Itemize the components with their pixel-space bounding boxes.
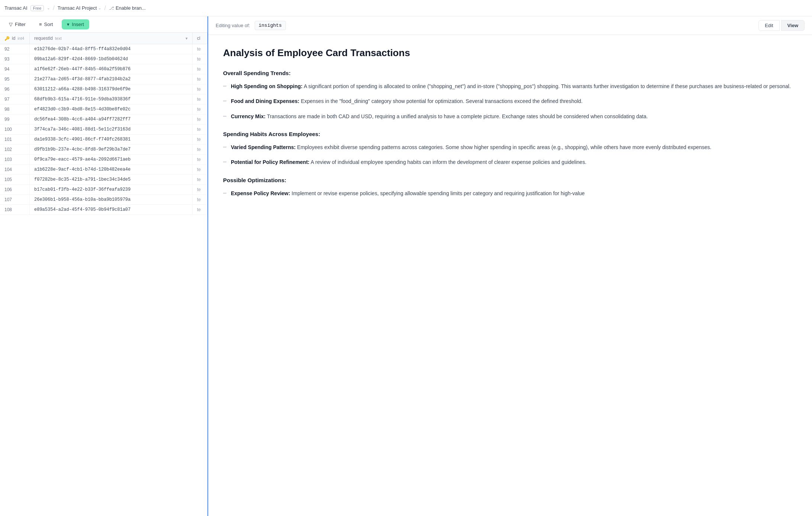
editing-label: Editing value of:	[216, 23, 250, 28]
list-item: – Varied Spending Patterns: Employees ex…	[223, 143, 797, 151]
table-row[interactable]: 9768dfb9b3-615a-4716-911e-59dba393836fte	[0, 94, 207, 104]
cell-extra: te	[193, 44, 207, 54]
cell-id: 94	[0, 64, 30, 74]
table-header: 🔑 id int4 requestId text ▾ cl	[0, 33, 207, 44]
table-row[interactable]: 102d9fb1b9b-237e-4cbc-8fd8-9ef29b3a7de7t…	[0, 145, 207, 155]
table-row[interactable]: 104a1b6228e-9acf-4cb1-b74d-120b482eea4et…	[0, 165, 207, 175]
table-row[interactable]: 10726e306b1-b958-456a-b10a-bba9b105979at…	[0, 195, 207, 205]
bullet-text: High Spending on Shopping: A significant…	[231, 82, 791, 90]
cell-extra: te	[193, 54, 207, 64]
data-table-panel: ▽ Filter ≡ Sort ▾ Insert 🔑 id int4 reque…	[0, 16, 208, 516]
editor-actions: Edit View	[758, 20, 805, 31]
cell-extra: te	[193, 104, 207, 114]
cell-id: 92	[0, 44, 30, 54]
cell-id: 108	[0, 205, 30, 215]
col-id-label: id	[12, 36, 15, 41]
table-row[interactable]: 101da1e9338-3cfc-4901-86cf-f740fc268381t…	[0, 135, 207, 145]
table-row[interactable]: 94a1f6e62f-26eb-447f-84b5-460a2f59b876te	[0, 64, 207, 74]
cell-id: 104	[0, 165, 30, 174]
table-row[interactable]: 99dc56fea4-308b-4cc6-a404-a94ff7282ff7te	[0, 115, 207, 125]
main-layout: ▽ Filter ≡ Sort ▾ Insert 🔑 id int4 reque…	[0, 16, 812, 516]
cell-id: 103	[0, 155, 30, 164]
table-row[interactable]: 1003f74ca7a-346c-4081-88d1-5e11c2f3163dt…	[0, 125, 207, 135]
editing-value: insights	[255, 21, 286, 30]
cell-extra: te	[193, 115, 207, 124]
cell-id: 95	[0, 74, 30, 84]
bullet-bold: Varied Spending Patterns:	[231, 144, 296, 150]
cell-extra: te	[193, 205, 207, 215]
column-header-id[interactable]: 🔑 id int4	[0, 33, 30, 44]
cell-id: 98	[0, 104, 30, 114]
cell-id: 100	[0, 125, 30, 134]
cell-extra: te	[193, 155, 207, 164]
section-optimizations: Possible Optimizations: – Expense Policy…	[223, 177, 797, 197]
cell-uuid: a1b6228e-9acf-4cb1-b74d-120b482eea4e	[30, 165, 193, 174]
column-header-request-id[interactable]: requestId text ▾	[30, 33, 193, 44]
cell-extra: te	[193, 185, 207, 194]
cell-extra: te	[193, 175, 207, 184]
editor-panel: Editing value of: insights Edit View Ana…	[208, 16, 812, 516]
bullet-list-habits: – Varied Spending Patterns: Employees ex…	[223, 143, 797, 167]
cell-id: 96	[0, 84, 30, 94]
cell-extra: te	[193, 165, 207, 174]
table-row[interactable]: 1030f9ca79e-eacc-4579-ae4a-2092d6671aebt…	[0, 155, 207, 165]
project-name[interactable]: Transac AI Project ⌄	[58, 5, 102, 11]
table-row[interactable]: 92e1b276de-02b7-44ad-8ff5-ff4a832e0d04te	[0, 44, 207, 54]
list-item: – Currency Mix: Transactions are made in…	[223, 112, 797, 120]
sort-button[interactable]: ≡ Sort	[35, 19, 57, 29]
sort-icon: ≡	[39, 22, 42, 27]
cell-uuid: f07282be-8c35-421b-a791-1bec34c34de5	[30, 175, 193, 184]
cell-extra: te	[193, 135, 207, 144]
section-spending-habits: Spending Habits Across Employees: – Vari…	[223, 131, 797, 167]
table-row[interactable]: 98ef4823d0-c3b9-4bd8-8e15-4d30be8fe02cte	[0, 104, 207, 115]
col-request-id-type: text	[55, 36, 62, 41]
cell-extra: te	[193, 84, 207, 94]
section-heading-habits: Spending Habits Across Employees:	[223, 131, 797, 137]
brand-chevron-icon: ⌄	[47, 6, 50, 10]
cell-id: 106	[0, 185, 30, 194]
cell-id: 97	[0, 94, 30, 104]
cell-extra: te	[193, 125, 207, 134]
bullet-text: Food and Dining Expenses: Expenses in th…	[231, 97, 583, 105]
project-chevron-icon: ⌄	[98, 6, 101, 10]
bullet-dash: –	[223, 143, 226, 150]
cell-uuid: 26e306b1-b958-456a-b10a-bba9b105979a	[30, 195, 193, 204]
bullet-dash: –	[223, 97, 226, 104]
cell-extra: te	[193, 74, 207, 84]
edit-button[interactable]: Edit	[758, 20, 779, 31]
cell-uuid: 3f74ca7a-346c-4081-88d1-5e11c2f3163d	[30, 125, 193, 134]
branch-selector[interactable]: ⎇ Enable bran...	[109, 5, 146, 11]
content-title: Analysis of Employee Card Transactions	[223, 47, 797, 59]
bullet-dash: –	[223, 158, 226, 165]
table-row[interactable]: 106b17cab01-f3fb-4e22-b33f-36ffeafa9239t…	[0, 185, 207, 195]
table-row[interactable]: 9309ba12a6-829f-42d4-8669-1bd5b04624dte	[0, 54, 207, 64]
bullet-dash: –	[223, 190, 226, 196]
section-overall-spending: Overall Spending Trends: – High Spending…	[223, 70, 797, 120]
cell-uuid: 09ba12a6-829f-42d4-8669-1bd5b04624d	[30, 54, 193, 64]
cell-uuid: 21e277aa-2d65-4f3d-8877-4fab2104b2a2	[30, 74, 193, 84]
bullet-bold: Food and Dining Expenses:	[231, 98, 299, 104]
col-request-id-label: requestId	[34, 36, 53, 41]
insert-button[interactable]: ▾ Insert	[62, 19, 89, 29]
cell-extra: te	[193, 94, 207, 104]
cell-uuid: 68dfb9b3-615a-4716-911e-59dba393836f	[30, 94, 193, 104]
editor-header: Editing value of: insights Edit View	[208, 16, 812, 35]
filter-button[interactable]: ▽ Filter	[4, 19, 30, 29]
cell-uuid: e89a5354-a2ad-45f4-9705-0b94f9c81a07	[30, 205, 193, 215]
table-row[interactable]: 105f07282be-8c35-421b-a791-1bec34c34de5t…	[0, 175, 207, 185]
nav-separator: /	[53, 5, 54, 12]
cell-id: 99	[0, 115, 30, 124]
cell-extra: te	[193, 64, 207, 74]
table-row[interactable]: 9663011212-a66a-4288-b498-316379de6f9ete	[0, 84, 207, 94]
view-button[interactable]: View	[781, 20, 805, 31]
column-header-extra[interactable]: cl	[193, 33, 207, 44]
toolbar: ▽ Filter ≡ Sort ▾ Insert	[0, 16, 207, 33]
bullet-bold: Expense Policy Review:	[231, 190, 290, 196]
bullet-list-optimizations: – Expense Policy Review: Implement or re…	[223, 189, 797, 197]
bullet-text: Varied Spending Patterns: Employees exhi…	[231, 143, 712, 151]
table-row[interactable]: 9521e277aa-2d65-4f3d-8877-4fab2104b2a2te	[0, 74, 207, 84]
cell-uuid: a1f6e62f-26eb-447f-84b5-460a2f59b876	[30, 64, 193, 74]
list-item: – Expense Policy Review: Implement or re…	[223, 189, 797, 197]
cell-uuid: 63011212-a66a-4288-b498-316379de6f9e	[30, 84, 193, 94]
table-row[interactable]: 108e89a5354-a2ad-45f4-9705-0b94f9c81a07t…	[0, 205, 207, 215]
